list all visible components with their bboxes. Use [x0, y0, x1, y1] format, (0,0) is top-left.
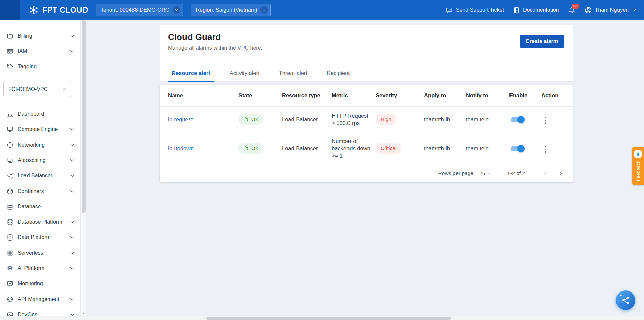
chevron-down-icon	[69, 33, 76, 39]
sidebar-item-serverless[interactable]: Serverless	[0, 245, 80, 261]
documentation-button[interactable]: Documentation	[513, 7, 559, 14]
previous-page-button[interactable]	[540, 168, 550, 178]
horizontal-scrollbar[interactable]	[0, 316, 644, 320]
create-alarm-button[interactable]: Create alarm	[520, 35, 564, 48]
sidebar-item-label: Dashboard	[18, 111, 76, 117]
sidebar-item-dashboard[interactable]: Dashboard	[0, 106, 80, 122]
api-management-icon	[7, 296, 13, 303]
page-title: Cloud Guard	[168, 32, 262, 42]
sidebar-scrollbar-thumb[interactable]	[82, 20, 86, 213]
chevron-down-icon	[632, 8, 637, 13]
assistant-fab-button[interactable]: ✦	[616, 290, 635, 310]
brand-logo[interactable]: FPT CLOUD	[28, 5, 88, 15]
rows-per-page-select[interactable]: 25	[479, 170, 492, 176]
chevron-down-icon	[69, 142, 76, 148]
sidebar-item-ai-platform[interactable]: AI Platform	[0, 261, 80, 276]
sidebar-item-compute-engine[interactable]: Compute Engine	[0, 122, 80, 137]
tenant-label: Tenant: 000488-DEMO-ORG	[101, 7, 169, 13]
data-platform-icon	[7, 234, 13, 241]
sidebar-item-database-platform[interactable]: Database Platform	[0, 214, 80, 230]
vpc-selector-value: FCI-DEMO-VPC	[8, 86, 48, 92]
sidebar-item-iam[interactable]: IAM	[0, 44, 80, 59]
sidebar-item-load-balancer[interactable]: Load Balancer	[0, 168, 80, 183]
fpt-cloud-logo-icon	[28, 5, 39, 15]
database-platform-icon	[7, 219, 13, 225]
sidebar-item-label: Database	[18, 204, 76, 210]
sidebar-item-database[interactable]: Database	[0, 199, 80, 214]
table-row: lb-request OK Load Balancer HTTP Request…	[160, 106, 573, 132]
notification-count-badge: 83	[572, 4, 579, 9]
column-header-action: Action	[541, 85, 573, 106]
sidebar-item-label: Monitoring	[18, 281, 76, 287]
region-label: Region: Saigon (Vietnam)	[196, 7, 257, 13]
state-badge: OK	[238, 143, 263, 154]
page-header-card: Cloud Guard Manage all alarms within the…	[160, 25, 573, 82]
horizontal-scrollbar-thumb[interactable]	[206, 317, 451, 320]
documentation-book-icon	[513, 7, 520, 14]
chevron-down-icon	[69, 48, 76, 55]
notifications-button[interactable]: 83	[568, 6, 576, 14]
sidebar-scrollbar[interactable]	[80, 20, 86, 316]
sidebar-item-networking[interactable]: Networking	[0, 137, 80, 153]
thumbs-up-icon	[243, 116, 249, 122]
sidebar-item-data-platform[interactable]: Data Platform	[0, 230, 80, 245]
chevron-down-icon	[62, 87, 67, 92]
enable-toggle[interactable]	[511, 117, 524, 122]
table-header-row: Name State Resource type Metric Severity…	[160, 85, 573, 106]
chevron-down-icon	[69, 296, 76, 303]
serverless-icon	[7, 250, 13, 256]
tenant-selector[interactable]: Tenant: 000488-DEMO-ORG	[96, 4, 183, 16]
sidebar-item-containers[interactable]: Containers	[0, 183, 80, 199]
column-header-metric: Metric	[332, 85, 376, 106]
sidebar-item-label: Autoscaling	[18, 157, 69, 163]
column-header-notify-to: Notify to	[466, 85, 509, 106]
sidebar-item-label: Compute Engine	[18, 126, 69, 132]
sidebar-item-monitoring[interactable]: Monitoring	[0, 276, 80, 291]
state-label: OK	[251, 145, 259, 152]
row-actions-menu-button[interactable]	[541, 144, 550, 155]
metric-cell: HTTP Request > 500.0 rps	[332, 106, 376, 132]
tab-recipient[interactable]: Recipient	[323, 65, 354, 81]
row-actions-menu-button[interactable]	[541, 115, 550, 126]
scrollbar-down-arrow-icon[interactable]	[81, 311, 86, 316]
chevron-down-icon	[174, 8, 179, 12]
pagination-range: 1-2 of 2	[507, 170, 525, 176]
containers-icon	[7, 188, 13, 195]
sidebar: Billing IAM Tagging FCI-DEMO-VPC Dashboa…	[0, 20, 86, 320]
documentation-label: Documentation	[523, 7, 559, 13]
alarms-table-card: Name State Resource type Metric Severity…	[160, 85, 573, 182]
tab-activity-alert[interactable]: Activity alert	[226, 65, 264, 81]
alarm-name-link[interactable]: lb-updown	[168, 145, 194, 151]
sidebar-item-tagging[interactable]: Tagging	[0, 59, 80, 74]
severity-badge: High	[376, 114, 396, 125]
region-selector[interactable]: Region: Saigon (Vietnam)	[191, 4, 271, 16]
alarm-name-link[interactable]: lb-request	[168, 116, 193, 122]
next-page-button[interactable]	[556, 168, 566, 178]
tab-threat-alert[interactable]: Threat alert	[275, 65, 311, 81]
sidebar-item-label: Billing	[18, 33, 69, 39]
brand-name: FPT CLOUD	[42, 6, 88, 15]
topbar-right: Send Support Ticket Documentation 83 Tha…	[446, 6, 644, 14]
sidebar-item-billing[interactable]: Billing	[0, 28, 80, 44]
sidebar-item-autoscaling[interactable]: Autoscaling	[0, 153, 80, 168]
sparkle-icon: ✦	[619, 294, 622, 297]
vpc-selector[interactable]: FCI-DEMO-VPC	[3, 81, 71, 97]
region-caret	[260, 6, 268, 14]
chevron-down-icon	[69, 265, 76, 272]
hamburger-menu-button[interactable]	[0, 0, 20, 20]
table-row: lb-updown OK Load Balancer Number of bac…	[160, 132, 573, 164]
sidebar-item-label: API Management	[18, 296, 69, 302]
sidebar-item-label: IAM	[18, 48, 69, 54]
sidebar-item-api-management[interactable]: API Management	[0, 291, 80, 307]
sidebar-item-label: Tagging	[18, 64, 76, 70]
enable-toggle[interactable]	[511, 146, 524, 151]
tab-resource-alert[interactable]: Resource alert	[168, 65, 214, 81]
feedback-tab[interactable]: Feedback	[632, 147, 644, 185]
column-header-severity: Severity	[376, 85, 424, 106]
send-support-ticket-button[interactable]: Send Support Ticket	[446, 7, 504, 14]
user-menu[interactable]: Tham Nguyen	[584, 6, 637, 14]
ai-platform-icon	[7, 265, 13, 272]
sidebar-item-label: Load Balancer	[18, 173, 69, 179]
chevron-left-icon	[542, 170, 549, 177]
tag-icon	[7, 63, 13, 70]
